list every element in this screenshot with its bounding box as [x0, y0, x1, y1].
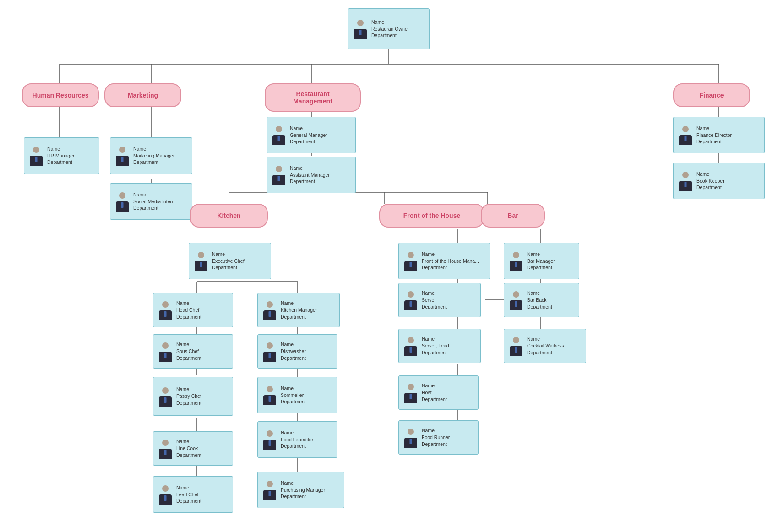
- owner-role: Restauran Owner: [371, 26, 409, 33]
- finance-dept-label: Finance: [700, 92, 724, 99]
- hr-manager-card: Name HR Manager Department: [24, 137, 99, 174]
- food-runner-text: Name Food Runner Department: [422, 427, 450, 447]
- sous-chef-card: Name Sous Chef Department: [153, 334, 233, 369]
- book-keeper-icon: [677, 171, 694, 191]
- social-media-intern-card: Name Social Media Intern Department: [110, 183, 192, 220]
- host-card: Name Host Department: [398, 375, 479, 410]
- marketing-dept-card: Marketing: [104, 83, 181, 107]
- sous-chef-icon: [157, 342, 174, 362]
- pastry-chef-card: Name Pastry Chef Department: [153, 377, 233, 416]
- cocktail-waitress-icon: [508, 336, 524, 356]
- dishwasher-icon: [261, 342, 278, 362]
- restaurant-mgmt-dept-card: RestaurantManagement: [265, 83, 361, 112]
- org-chart: Name Restauran Owner Department Human Re…: [0, 0, 778, 532]
- front-house-dept-card: Front of the House: [379, 204, 484, 228]
- bar-back-card: Name Bar Back Department: [504, 283, 579, 317]
- bar-manager-card: Name Bar Manager Department: [504, 243, 579, 279]
- host-text: Name Host Department: [422, 382, 447, 402]
- marketing-dept-label: Marketing: [128, 92, 158, 99]
- sommelier-text: Name Sommelier Department: [281, 385, 306, 405]
- pastry-chef-icon: [157, 386, 174, 407]
- connector-lines: [0, 0, 778, 532]
- hr-dept-card: Human Resources: [22, 83, 99, 107]
- host-icon: [403, 383, 419, 403]
- head-chef-card: Name Head Chef Department: [153, 293, 233, 327]
- book-keeper-card: Name Book Keeper Department: [673, 163, 765, 199]
- head-chef-icon: [157, 300, 174, 320]
- lead-chef-card: Name Lead Chef Department: [153, 476, 233, 513]
- assistant-manager-text: Name Assistant Manager Department: [290, 165, 330, 185]
- cocktail-waitress-text: Name Cocktail Waitress Department: [527, 336, 564, 356]
- finance-director-card: Name Finance Director Department: [673, 117, 765, 153]
- executive-chef-icon: [193, 251, 209, 271]
- social-media-intern-icon: [114, 191, 131, 212]
- dishwasher-card: Name Dishwasher Department: [257, 334, 337, 369]
- owner-name: Name: [371, 19, 409, 26]
- line-cook-card: Name Line Cook Department: [153, 431, 233, 466]
- kitchen-dept-label: Kitchen: [217, 212, 240, 219]
- general-manager-icon: [271, 125, 287, 145]
- social-media-intern-text: Name Social Media Intern Department: [133, 191, 174, 212]
- owner-text: Name Restauran Owner Department: [371, 19, 409, 39]
- owner-icon: [352, 19, 369, 39]
- bar-manager-text: Name Bar Manager Department: [527, 251, 555, 271]
- kitchen-dept-card: Kitchen: [190, 204, 268, 228]
- food-runner-icon: [403, 428, 419, 448]
- front-house-manager-card: Name Front of the House Mana... Departme…: [398, 243, 490, 279]
- server-text: Name Server Department: [422, 290, 447, 310]
- sous-chef-text: Name Sous Chef Department: [176, 341, 201, 361]
- assistant-manager-card: Name Assistant Manager Department: [267, 157, 356, 193]
- sommelier-card: Name Sommelier Department: [257, 377, 337, 413]
- hr-manager-text: Name HR Manager Department: [47, 146, 75, 166]
- purchasing-manager-icon: [261, 480, 278, 500]
- executive-chef-text: Name Executive Chef Department: [212, 251, 245, 271]
- marketing-manager-card: Name Marketing Manager Department: [110, 137, 192, 174]
- book-keeper-text: Name Book Keeper Department: [696, 171, 724, 191]
- kitchen-manager-text: Name Kitchen Manager Department: [281, 300, 317, 320]
- finance-director-text: Name Finance Director Department: [696, 125, 732, 145]
- server-icon: [403, 290, 419, 310]
- bar-back-text: Name Bar Back Department: [527, 290, 552, 310]
- food-expeditor-text: Name Food Expeditor Department: [281, 429, 313, 450]
- general-manager-card: Name General Manager Department: [267, 117, 356, 153]
- hr-dept-label: Human Resources: [33, 92, 89, 99]
- bar-manager-icon: [508, 251, 524, 271]
- food-expeditor-icon: [261, 429, 278, 450]
- cocktail-waitress-card: Name Cocktail Waitress Department: [504, 329, 586, 363]
- dishwasher-text: Name Dishwasher Department: [281, 341, 306, 361]
- owner-dept: Department: [371, 32, 409, 39]
- server-lead-text: Name Server, Lead Department: [422, 336, 449, 356]
- line-cook-text: Name Line Cook Department: [176, 438, 201, 458]
- server-card: Name Server Department: [398, 283, 481, 317]
- purchasing-manager-card: Name Purchasing Manager Department: [257, 472, 344, 508]
- assistant-manager-icon: [271, 165, 287, 185]
- executive-chef-card: Name Executive Chef Department: [189, 243, 271, 279]
- front-house-dept-label: Front of the House: [403, 212, 460, 219]
- pastry-chef-text: Name Pastry Chef Department: [176, 386, 201, 406]
- head-chef-text: Name Head Chef Department: [176, 300, 201, 320]
- lead-chef-text: Name Lead Chef Department: [176, 484, 201, 505]
- bar-dept-label: Bar: [507, 212, 518, 219]
- lead-chef-icon: [157, 484, 174, 505]
- food-expeditor-card: Name Food Expeditor Department: [257, 421, 337, 458]
- kitchen-manager-icon: [261, 300, 278, 320]
- kitchen-manager-card: Name Kitchen Manager Department: [257, 293, 340, 327]
- bar-dept-card: Bar: [481, 204, 545, 228]
- bar-back-icon: [508, 290, 524, 310]
- server-lead-card: Name Server, Lead Department: [398, 329, 481, 363]
- sommelier-icon: [261, 385, 278, 405]
- front-house-manager-text: Name Front of the House Mana... Departme…: [422, 251, 479, 271]
- front-house-manager-icon: [403, 251, 419, 271]
- purchasing-manager-text: Name Purchasing Manager Department: [281, 480, 325, 500]
- hr-manager-icon: [28, 146, 44, 166]
- server-lead-icon: [403, 336, 419, 356]
- finance-director-icon: [677, 125, 694, 145]
- line-cook-icon: [157, 439, 174, 459]
- food-runner-card: Name Food Runner Department: [398, 420, 479, 455]
- marketing-manager-icon: [114, 146, 131, 166]
- finance-dept-card: Finance: [673, 83, 750, 107]
- owner-card: Name Restauran Owner Department: [348, 8, 430, 49]
- marketing-manager-text: Name Marketing Manager Department: [133, 146, 174, 166]
- general-manager-text: Name General Manager Department: [290, 125, 327, 145]
- restaurant-mgmt-label: RestaurantManagement: [293, 90, 332, 105]
